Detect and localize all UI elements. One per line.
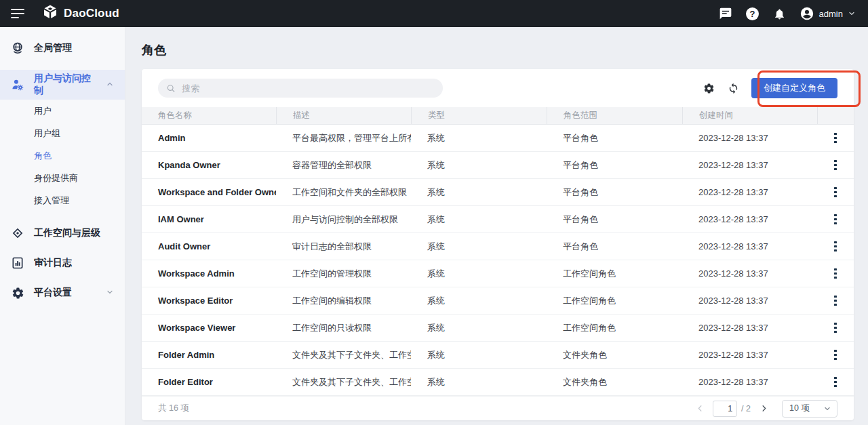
page-size-select[interactable]: 10 项 [782,400,837,418]
table-row[interactable]: Audit Owner 审计日志的全部权限 系统 平台角色 2023-12-28… [142,233,854,260]
next-page-icon[interactable] [757,403,770,415]
cell-scope: 工作空间角色 [547,315,682,341]
cell-role-name: Folder Editor [142,369,276,395]
page-number-input[interactable] [713,401,737,417]
row-actions-kebab-icon[interactable] [830,264,840,283]
cell-type: 系统 [411,342,547,368]
table-row[interactable]: Kpanda Owner 容器管理的全部权限 系统 平台角色 2023-12-2… [142,152,854,179]
table-row[interactable]: Folder Admin 文件夹及其下子文件夹、工作空… 系统 文件夹角色 20… [142,342,854,369]
table-row[interactable]: IAM Owner 用户与访问控制的全部权限 系统 平台角色 2023-12-2… [142,206,854,233]
sidebar: 全局管理 用户与访问控制 用户 用户组 角色 身份提供商 接入管理 工作空间与层… [0,27,125,425]
cell-role-name: Admin [142,125,276,151]
total-count-label: 共 16 项 [158,403,189,414]
table-row[interactable]: Admin 平台最高权限，管理平台上所有… 系统 平台角色 2023-12-28… [142,125,854,152]
cell-type: 系统 [411,179,547,205]
row-actions-kebab-icon[interactable] [830,183,840,201]
cell-created: 2023-12-28 13:37 [682,260,817,287]
table-toolbar: 创建自定义角色 [142,69,854,107]
chevron-down-icon [848,9,856,18]
chevron-down-icon [106,287,114,298]
row-actions-kebab-icon[interactable] [830,291,840,310]
cell-type: 系统 [411,287,547,314]
page-title: 角色 [142,42,854,58]
cell-description: 平台最高权限，管理平台上所有… [276,125,411,151]
column-header-type: 类型 [411,107,547,124]
cell-type: 系统 [411,369,547,395]
sidebar-item-label: 用户与访问控制 [34,73,96,97]
sidebar-item-user-groups[interactable]: 用户组 [0,122,125,144]
search-input[interactable] [180,83,435,94]
sidebar-item-users[interactable]: 用户 [0,100,125,122]
row-actions-kebab-icon[interactable] [830,237,840,256]
table-row[interactable]: Workspace Editor 工作空间的编辑权限 系统 工作空间角色 202… [142,287,854,315]
roles-card: 创建自定义角色 角色名称 描述 类型 角色范围 创建时间 Admin 平台最高权… [142,69,854,420]
cell-description: 工作空间的编辑权限 [276,287,411,314]
cell-created: 2023-12-28 13:37 [682,315,817,341]
daocloud-logo-icon [42,4,58,23]
table-body: Admin 平台最高权限，管理平台上所有… 系统 平台角色 2023-12-28… [142,125,854,396]
sidebar-item-identity-providers[interactable]: 身份提供商 [0,167,125,189]
row-actions-kebab-icon[interactable] [830,346,840,364]
sidebar-item-audit-logs[interactable]: 审计日志 [0,248,125,278]
brand-name: DaoCloud [64,7,119,20]
cell-description: 审计日志的全部权限 [276,233,411,260]
chevron-down-icon [823,405,831,413]
brand: DaoCloud [42,4,119,23]
cell-created: 2023-12-28 13:37 [682,233,817,260]
cell-scope: 平台角色 [547,179,682,205]
sidebar-item-global-management[interactable]: 全局管理 [0,33,125,63]
user-menu[interactable]: admin [800,6,856,21]
column-header-actions [817,107,854,124]
cell-created: 2023-12-28 13:37 [682,179,817,205]
search-icon [166,83,176,94]
cell-scope: 平台角色 [547,152,682,178]
cell-type: 系统 [411,152,547,178]
gear-icon [11,286,24,300]
cell-description: 工作空间的只读权限 [276,315,411,341]
message-icon[interactable] [718,6,733,21]
sidebar-item-workspace-hierarchy[interactable]: 工作空间与层级 [0,218,125,248]
cell-description: 文件夹及其下子文件夹、工作空… [276,369,411,395]
user-name: admin [819,9,843,19]
row-actions-kebab-icon[interactable] [830,373,840,391]
top-navbar: DaoCloud ? admin [0,0,868,27]
column-header-role-name: 角色名称 [142,107,276,124]
menu-toggle-icon[interactable] [0,0,31,27]
row-actions-kebab-icon[interactable] [830,129,840,147]
cell-role-name: Audit Owner [142,233,276,260]
sidebar-item-roles[interactable]: 角色 [0,144,125,167]
notification-bell-icon[interactable] [772,6,787,21]
column-header-description: 描述 [276,107,411,124]
sidebar-item-access-management[interactable]: 接入管理 [0,189,125,211]
cell-type: 系统 [411,260,547,287]
cell-role-name: Folder Admin [142,342,276,368]
cell-description: 工作空间和文件夹的全部权限 [276,179,411,205]
sidebar-item-label: 审计日志 [34,257,72,269]
column-settings-gear-icon[interactable] [703,82,715,94]
cell-scope: 工作空间角色 [547,287,682,314]
table-row[interactable]: Workspace Viewer 工作空间的只读权限 系统 工作空间角色 202… [142,315,854,342]
avatar-icon [800,6,814,21]
sidebar-item-iam[interactable]: 用户与访问控制 [0,70,125,100]
sidebar-item-platform-settings[interactable]: 平台设置 [0,278,125,308]
table-row[interactable]: Workspace Admin 工作空间的管理权限 系统 工作空间角色 2023… [142,260,854,287]
cell-created: 2023-12-28 13:37 [682,287,817,314]
column-header-scope: 角色范围 [547,107,682,124]
row-actions-kebab-icon[interactable] [830,319,840,337]
search-box[interactable] [158,79,443,98]
page-size-value: 10 项 [789,403,810,414]
row-actions-kebab-icon[interactable] [830,210,840,228]
cell-created: 2023-12-28 13:37 [682,206,817,232]
cell-role-name: Kpanda Owner [142,152,276,178]
cell-role-name: Workspace Viewer [142,315,276,341]
help-icon[interactable]: ? [745,6,760,21]
row-actions-kebab-icon[interactable] [830,156,840,174]
sidebar-item-label: 全局管理 [34,42,72,54]
prev-page-icon[interactable] [694,403,706,415]
cell-type: 系统 [411,233,547,260]
table-row[interactable]: Workspace and Folder Owner 工作空间和文件夹的全部权限… [142,179,854,206]
create-custom-role-button[interactable]: 创建自定义角色 [751,78,837,98]
refresh-icon[interactable] [727,82,739,94]
table-row[interactable]: Folder Editor 文件夹及其下子文件夹、工作空… 系统 文件夹角色 2… [142,369,854,396]
cell-type: 系统 [411,315,547,341]
